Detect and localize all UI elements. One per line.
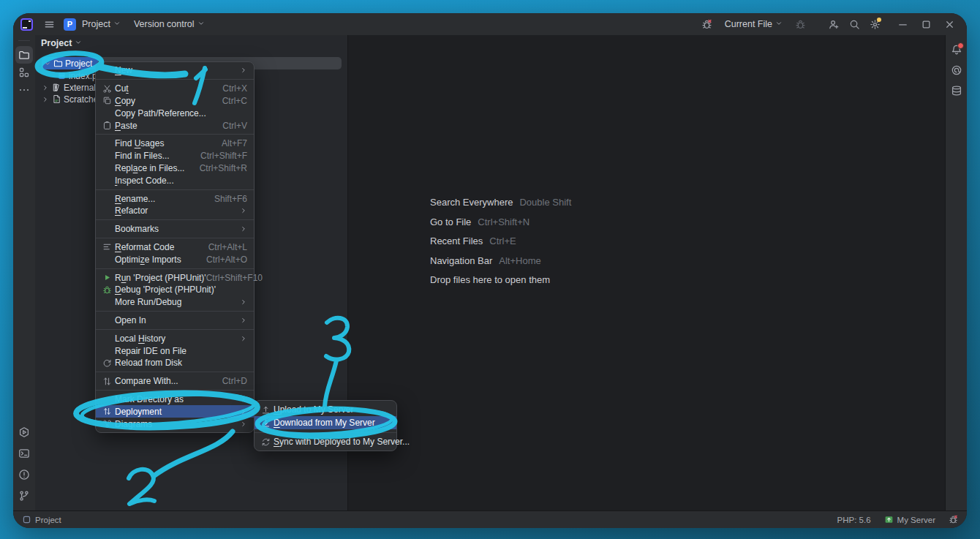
run-green-icon bbox=[102, 273, 112, 282]
database-icon[interactable] bbox=[948, 82, 965, 99]
close-icon[interactable] bbox=[941, 15, 958, 33]
chevron-right-icon bbox=[240, 421, 247, 428]
chevron-right-icon[interactable] bbox=[42, 96, 49, 103]
ai-assistant-icon[interactable] bbox=[948, 61, 965, 79]
cut-icon bbox=[102, 84, 112, 94]
menu-item-label: More Run/Debug bbox=[115, 297, 181, 307]
debug-listener-icon[interactable] bbox=[949, 515, 958, 524]
menu-item-diagrams[interactable]: Diagrams bbox=[96, 418, 254, 430]
search-icon[interactable] bbox=[845, 15, 863, 33]
run-config-selector[interactable]: Current File bbox=[720, 15, 787, 33]
chevron-down-icon[interactable] bbox=[44, 60, 51, 67]
folder-icon bbox=[53, 59, 63, 68]
main-menu-icon[interactable] bbox=[40, 15, 58, 33]
menu-item-optimize-imports[interactable]: Optimize ImportsCtrl+Alt+O bbox=[96, 253, 254, 265]
version-control-selector[interactable]: Version control bbox=[129, 15, 209, 33]
menu-separator bbox=[96, 268, 254, 269]
more-horizontal-icon[interactable] bbox=[15, 81, 33, 99]
menu-item-replace-in-files[interactable]: Replace in Files...Ctrl+Shift+R bbox=[96, 162, 254, 175]
project-context-menu: NewCutCtrl+XCopyCtrl+CCopy Path/Referenc… bbox=[95, 61, 255, 433]
menu-separator bbox=[96, 189, 254, 190]
menu-item-shortcut: Ctrl+Shift+F10 bbox=[206, 273, 263, 283]
terminal-icon[interactable] bbox=[15, 445, 33, 462]
project-badge: P bbox=[64, 18, 76, 31]
sync-icon bbox=[260, 437, 271, 447]
menu-item-find-in-files[interactable]: Find in Files...Ctrl+Shift+F bbox=[96, 150, 254, 162]
phpstorm-logo-icon bbox=[20, 18, 33, 31]
settings-icon[interactable] bbox=[866, 15, 883, 33]
menu-item-label: New bbox=[115, 65, 132, 75]
status-project-widget[interactable]: Project bbox=[22, 515, 61, 524]
menu-item-shortcut: Ctrl+C bbox=[222, 96, 247, 106]
menu-separator bbox=[96, 372, 254, 372]
menu-item-mark-directory-as[interactable]: Mark Directory as bbox=[96, 393, 254, 406]
menu-item-compare-with[interactable]: Compare With...Ctrl+D bbox=[96, 375, 254, 388]
menu-item-shortcut: Ctrl+Alt+O bbox=[206, 255, 247, 265]
deployment-icon bbox=[102, 407, 112, 416]
menu-item-rename[interactable]: Rename...Shift+F6 bbox=[96, 192, 254, 205]
menu-item-more-run-debug[interactable]: More Run/Debug bbox=[96, 296, 254, 309]
menu-item-copy-path-reference[interactable]: Copy Path/Reference... bbox=[96, 107, 254, 119]
divider bbox=[18, 40, 30, 41]
deployment-submenu: Upload to My ServerDownload from My Serv… bbox=[254, 400, 397, 451]
menu-item-refactor[interactable]: Refactor bbox=[96, 205, 254, 217]
menu-item-label: Find in Files... bbox=[115, 151, 170, 161]
run-anything-icon[interactable] bbox=[15, 423, 33, 441]
project-panel-title[interactable]: Project bbox=[41, 38, 82, 48]
chevron-down-icon bbox=[75, 38, 82, 48]
menu-item-repair-ide-on-file[interactable]: Repair IDE on File bbox=[96, 344, 254, 357]
menu-item-inspect-code[interactable]: Inspect Code... bbox=[96, 174, 254, 186]
menu-item-open-in[interactable]: Open In bbox=[96, 314, 254, 327]
server-icon bbox=[884, 515, 894, 524]
git-icon[interactable] bbox=[15, 487, 33, 505]
menu-item-run-project-phpunit[interactable]: Run 'Project (PHPUnit)'Ctrl+Shift+F10 bbox=[96, 271, 254, 284]
menu-item-sync-with-deployed-to-my-server[interactable]: Sync with Deployed to My Server... bbox=[255, 435, 396, 448]
menu-item-upload-to-my-server[interactable]: Upload to My Server bbox=[255, 403, 396, 416]
menu-item-shortcut: Ctrl+V bbox=[222, 121, 247, 131]
project-selector[interactable]: Project bbox=[78, 15, 125, 33]
menu-item-label: Rename... bbox=[115, 194, 155, 204]
structure-icon[interactable] bbox=[15, 64, 33, 81]
menu-item-local-history[interactable]: Local History bbox=[96, 332, 254, 344]
chevron-right-icon bbox=[240, 335, 247, 342]
notifications-icon[interactable] bbox=[948, 41, 965, 59]
menu-item-reload-from-disk[interactable]: Reload from Disk bbox=[96, 357, 254, 369]
menu-item-debug-project-phpunit[interactable]: Debug 'Project (PHPUnit)' bbox=[96, 284, 254, 296]
menu-item-label: Copy Path/Reference... bbox=[115, 108, 206, 118]
folder-icon[interactable] bbox=[15, 46, 33, 64]
menu-item-deployment[interactable]: Deployment bbox=[96, 405, 254, 418]
reload-icon bbox=[102, 358, 112, 368]
deployment-server-widget[interactable]: My Server bbox=[884, 515, 935, 524]
menu-item-bookmarks[interactable]: Bookmarks bbox=[96, 223, 254, 235]
add-user-icon[interactable] bbox=[825, 15, 843, 33]
problems-icon[interactable] bbox=[15, 466, 33, 483]
menu-item-new[interactable]: New bbox=[96, 64, 254, 77]
menu-item-shortcut: Ctrl+X bbox=[222, 83, 247, 94]
menu-item-label: Replace in Files... bbox=[115, 163, 184, 173]
chevron-right-icon[interactable] bbox=[42, 84, 49, 91]
menu-item-paste[interactable]: PasteCtrl+V bbox=[96, 119, 254, 132]
menu-separator bbox=[96, 219, 254, 220]
copy-icon bbox=[102, 96, 112, 105]
menu-item-find-usages[interactable]: Find UsagesAlt+F7 bbox=[96, 137, 254, 150]
bug-icon[interactable] bbox=[791, 15, 809, 33]
shortcut-hint: Go to File Ctrl+Shift+N bbox=[430, 216, 571, 227]
right-activity-bar bbox=[945, 35, 967, 510]
menu-item-label: Debug 'Project (PHPUnit)' bbox=[115, 284, 216, 295]
debug-listener-off-icon[interactable] bbox=[698, 15, 716, 33]
menu-item-label: Download from My Server bbox=[274, 418, 375, 428]
menu-item-cut[interactable]: CutCtrl+X bbox=[96, 83, 254, 95]
shortcut-hints: Search Everywhere Double Shift Go to Fil… bbox=[430, 197, 571, 294]
menu-item-label: Open In bbox=[115, 315, 146, 325]
minimize-icon[interactable] bbox=[894, 15, 911, 33]
menu-item-copy[interactable]: CopyCtrl+C bbox=[96, 95, 254, 108]
menu-item-download-from-my-server[interactable]: Download from My Server bbox=[255, 416, 396, 429]
menu-separator bbox=[96, 238, 254, 238]
menu-item-reformat-code[interactable]: Reformat CodeCtrl+Alt+L bbox=[96, 241, 254, 254]
shortcut-hint: Navigation Bar Alt+Home bbox=[430, 255, 571, 266]
php-file-icon bbox=[57, 71, 67, 80]
php-version-widget[interactable]: PHP: 5.6 bbox=[837, 516, 871, 524]
download-icon bbox=[260, 418, 271, 428]
menu-item-label: Optimize Imports bbox=[115, 255, 181, 265]
maximize-icon[interactable] bbox=[917, 15, 935, 33]
